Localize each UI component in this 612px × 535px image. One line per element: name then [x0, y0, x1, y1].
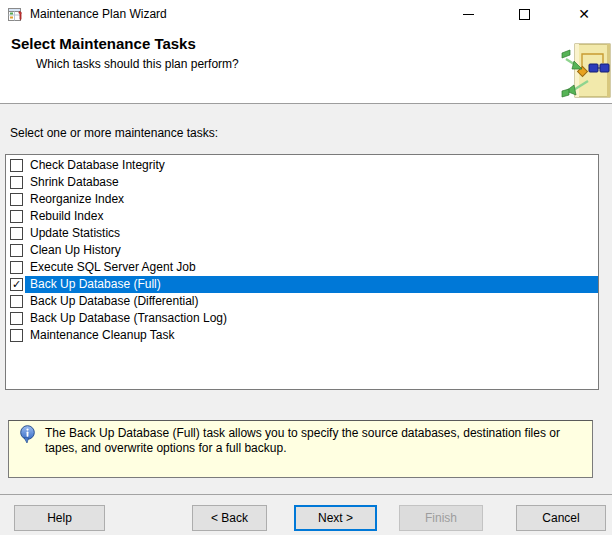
finish-button: Finish — [399, 505, 483, 531]
checkbox-unchecked[interactable] — [10, 227, 23, 240]
window-title: Maintenance Plan Wizard — [30, 0, 167, 28]
list-item-label: Rebuild Index — [25, 208, 598, 225]
list-item-label: Reorganize Index — [25, 191, 598, 208]
select-tasks-label: Select one or more maintenance tasks: — [10, 126, 218, 140]
close-button[interactable]: ✕ — [569, 0, 599, 28]
bottom-divider — [0, 494, 612, 495]
list-item[interactable]: Reorganize Index — [6, 191, 598, 208]
list-item-label: Clean Up History — [25, 242, 598, 259]
checkbox-unchecked[interactable] — [10, 329, 23, 342]
title-bar: Maintenance Plan Wizard ✕ — [0, 0, 612, 28]
list-item[interactable]: Rebuild Index — [6, 208, 598, 225]
list-item[interactable]: Shrink Database — [6, 174, 598, 191]
close-icon: ✕ — [578, 7, 590, 21]
page-subtitle: Which tasks should this plan perform? — [36, 57, 239, 71]
checkbox-checked[interactable]: ✓ — [10, 278, 23, 291]
checkbox-unchecked[interactable] — [10, 193, 23, 206]
maintenance-plan-icon — [8, 6, 24, 22]
checkbox-unchecked[interactable] — [10, 312, 23, 325]
list-item-label: Check Database Integrity — [25, 157, 598, 174]
list-item[interactable]: Maintenance Cleanup Task — [6, 327, 598, 344]
task-description-panel: The Back Up Database (Full) task allows … — [8, 420, 593, 478]
wizard-header: Select Maintenance Tasks Which tasks sho… — [0, 28, 612, 104]
minimize-button[interactable] — [453, 0, 483, 28]
maximize-icon — [519, 9, 530, 20]
next-button[interactable]: Next > — [294, 505, 377, 531]
maintenance-tasks-listbox[interactable]: Check Database IntegrityShrink DatabaseR… — [5, 154, 599, 390]
list-item-label: Shrink Database — [25, 174, 598, 191]
info-balloon-icon — [19, 425, 36, 444]
list-item[interactable]: ✓Back Up Database (Full) — [6, 276, 598, 293]
minimize-icon — [463, 14, 474, 15]
list-item-label: Execute SQL Server Agent Job — [25, 259, 598, 276]
list-item-label: Back Up Database (Differential) — [25, 293, 598, 310]
checkbox-unchecked[interactable] — [10, 210, 23, 223]
help-button[interactable]: Help — [14, 505, 105, 531]
checkbox-unchecked[interactable] — [10, 244, 23, 257]
checkbox-unchecked[interactable] — [10, 295, 23, 308]
list-item[interactable]: Back Up Database (Transaction Log) — [6, 310, 598, 327]
list-item-label: Maintenance Cleanup Task — [25, 327, 598, 344]
list-item[interactable]: Clean Up History — [6, 242, 598, 259]
checkbox-unchecked[interactable] — [10, 159, 23, 172]
maintenance-plan-workflow-icon — [560, 39, 612, 102]
list-item-label: Back Up Database (Transaction Log) — [25, 310, 598, 327]
task-description-text: The Back Up Database (Full) task allows … — [45, 426, 567, 456]
cancel-button[interactable]: Cancel — [516, 505, 606, 531]
list-item[interactable]: Back Up Database (Differential) — [6, 293, 598, 310]
checkbox-unchecked[interactable] — [10, 176, 23, 189]
list-item-label: Back Up Database (Full) — [25, 276, 598, 293]
list-item-label: Update Statistics — [25, 225, 598, 242]
maximize-button[interactable] — [509, 0, 539, 28]
list-item[interactable]: Check Database Integrity — [6, 157, 598, 174]
back-button[interactable]: < Back — [192, 505, 267, 531]
page-title: Select Maintenance Tasks — [11, 35, 196, 52]
list-item[interactable]: Update Statistics — [6, 225, 598, 242]
list-item[interactable]: Execute SQL Server Agent Job — [6, 259, 598, 276]
checkbox-unchecked[interactable] — [10, 261, 23, 274]
